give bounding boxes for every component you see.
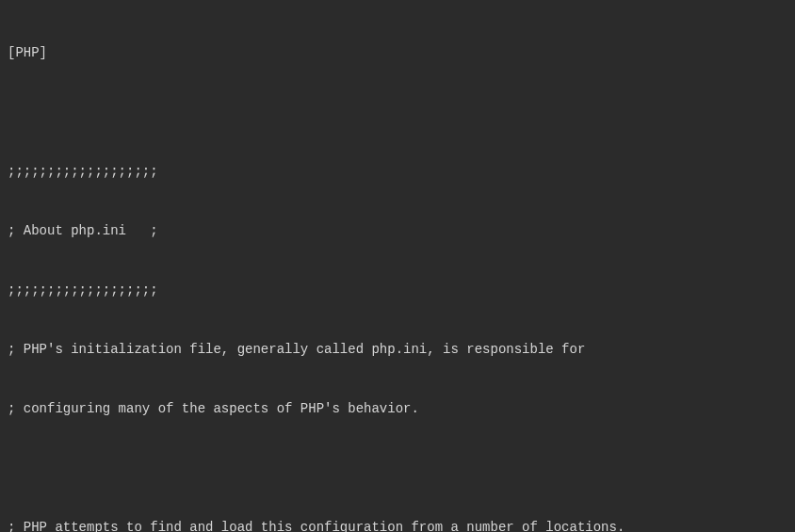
code-line: ;;;;;;;;;;;;;;;;;;;	[8, 281, 787, 300]
code-line: ;;;;;;;;;;;;;;;;;;;	[8, 162, 787, 182]
code-line	[8, 459, 787, 478]
code-line: ; About php.ini ;	[8, 221, 787, 241]
code-line: ; configuring many of the aspects of PHP…	[8, 399, 787, 419]
code-line	[8, 103, 787, 122]
code-line: ; PHP attempts to find and load this con…	[8, 518, 787, 532]
code-editor[interactable]: [PHP] ;;;;;;;;;;;;;;;;;;; ; About php.in…	[8, 4, 787, 532]
code-line: [PHP]	[8, 43, 787, 63]
code-line: ; PHP's initialization file, generally c…	[8, 340, 787, 360]
